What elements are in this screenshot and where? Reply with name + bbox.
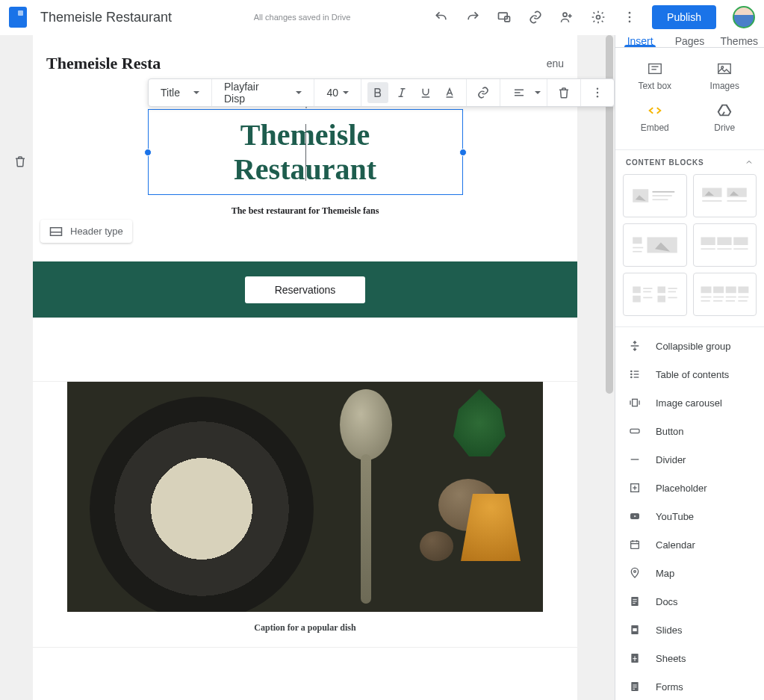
preview-icon[interactable] [495,8,513,26]
comp-docs[interactable]: Docs [615,587,764,616]
empty-section-2[interactable] [33,647,577,700]
font-size-select[interactable]: 40 [320,87,355,99]
comp-collapsible-group[interactable]: Collapsible group [615,332,764,360]
reservations-button[interactable]: Reservations [245,276,366,303]
block-layout-6[interactable] [693,273,757,316]
underline-button[interactable] [415,82,436,103]
more-options-button[interactable] [587,82,608,103]
text-box-icon [646,61,664,76]
text-cursor [305,124,306,181]
header-type-label: Header type [70,226,123,237]
caret-icon [193,91,199,94]
comp-youtube[interactable]: YouTube [615,502,764,530]
resize-handle-left[interactable] [144,149,152,156]
bold-button[interactable] [367,82,388,103]
resize-grip-top[interactable] [299,107,312,111]
hero-subtitle[interactable]: The best restaurant for Themeisle fans [33,205,577,217]
comp-forms[interactable]: Forms [615,672,764,700]
svg-rect-56 [726,287,736,294]
comp-label: Divider [656,454,686,465]
publish-button[interactable]: Publish [652,5,716,29]
header-type-chip[interactable]: Header type [40,220,132,243]
redo-icon[interactable] [464,8,482,26]
font-size-value: 40 [326,87,338,99]
hero-title-text[interactable]: Themeisle Restaurant [234,118,376,187]
content-blocks-header[interactable]: CONTENT BLOCKS [615,150,764,171]
carousel-icon [627,395,642,410]
comp-button[interactable]: Button [615,417,764,445]
svg-rect-54 [701,287,712,294]
floating-text-toolbar: Title Playfair Disp 40 [148,78,615,107]
tab-pages[interactable]: Pages [665,35,714,47]
dish-caption[interactable]: Caption for a popular dish [67,622,543,634]
map-icon [627,566,642,580]
comp-slides[interactable]: Slides [615,616,764,644]
svg-rect-34 [633,238,642,244]
block-layout-5[interactable] [623,273,687,316]
title-text-box[interactable]: Themeisle Restaurant [148,109,463,195]
insert-text-box[interactable]: Text box [620,55,690,97]
svg-rect-39 [718,238,732,246]
resize-handle-right[interactable] [459,149,467,156]
user-avatar[interactable] [733,6,755,28]
sites-logo-icon[interactable] [9,7,27,28]
comp-placeholder[interactable]: Placeholder [615,474,764,502]
svg-point-4 [629,12,631,14]
tab-themes[interactable]: Themes [715,35,764,47]
drive-icon [715,103,733,118]
svg-point-6 [629,21,631,23]
block-layout-3[interactable] [623,223,687,267]
comp-sheets[interactable]: Sheets [615,644,764,672]
sheets-icon [627,651,642,666]
share-icon[interactable] [558,8,576,26]
text-color-button[interactable] [439,82,460,103]
photo-section[interactable]: Caption for a popular dish [33,382,577,647]
insert-embed[interactable]: Embed [620,97,690,139]
svg-rect-57 [739,287,749,294]
undo-icon[interactable] [432,8,450,26]
header-actions: Publish [432,5,755,29]
insert-label: Text box [638,81,671,91]
comp-label: Image carousel [656,397,722,409]
comp-label: Calendar [656,539,695,551]
svg-point-85 [634,571,636,573]
document-title[interactable]: Themeisle Restaurant [40,10,172,25]
comp-label: Sheets [656,653,686,664]
comp-carousel[interactable]: Image carousel [615,388,764,417]
comp-map[interactable]: Map [615,559,764,587]
forms-icon [627,679,642,694]
tab-insert[interactable]: Insert [615,35,665,47]
comp-toc[interactable]: Table of contents [615,360,764,388]
comp-divider[interactable]: Divider [615,445,764,474]
block-layout-4[interactable] [693,223,757,267]
font-select[interactable]: Playfair Disp [218,81,308,105]
comp-calendar[interactable]: Calendar [615,530,764,559]
scrollbar[interactable] [604,35,615,700]
svg-rect-0 [499,13,508,19]
reservations-section[interactable]: Reservations [33,261,577,318]
gear-icon[interactable] [589,8,607,26]
svg-point-3 [597,16,600,19]
insert-images[interactable]: Images [690,55,760,97]
empty-section[interactable] [33,318,577,382]
svg-point-16 [597,88,598,90]
delete-section-icon[interactable] [13,155,27,171]
header-type-icon [49,226,63,237]
dish-photo[interactable] [67,382,543,612]
svg-point-67 [631,374,632,374]
block-layout-1[interactable] [623,174,687,217]
align-button[interactable] [506,82,532,103]
comp-label: Map [656,568,674,579]
italic-button[interactable] [391,82,412,103]
block-layout-2[interactable] [693,174,757,217]
plate-graphic [90,397,314,612]
insert-drive[interactable]: Drive [690,97,760,139]
component-list: Collapsible group Table of contents Imag… [615,327,764,700]
more-icon[interactable] [621,8,639,26]
delete-button[interactable] [553,82,574,103]
placeholder-icon [627,480,642,495]
link-icon[interactable] [527,8,544,26]
site-title[interactable]: Themeisle Resta [46,54,161,73]
insert-link-button[interactable] [473,82,494,103]
text-style-select[interactable]: Title [155,87,205,99]
